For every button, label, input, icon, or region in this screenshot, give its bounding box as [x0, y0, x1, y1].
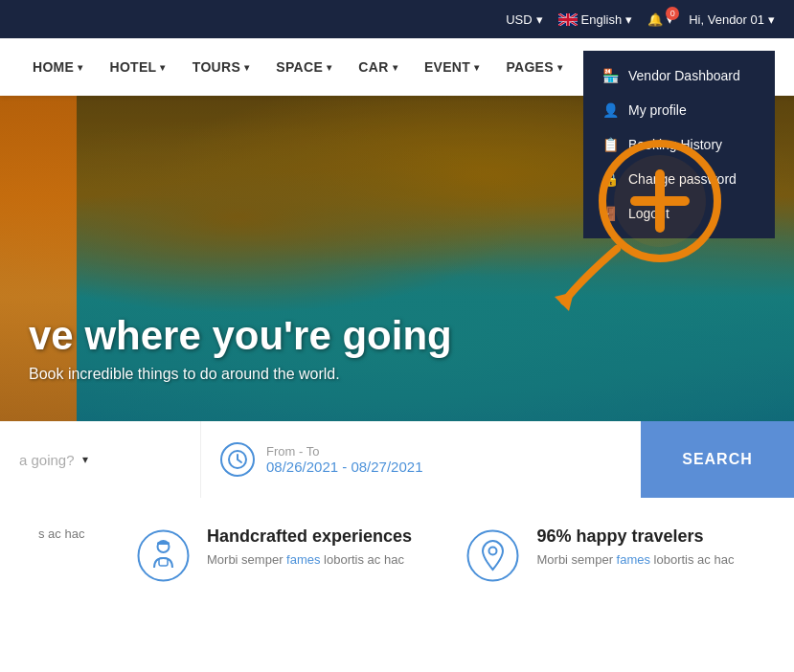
- vendor-dashboard-icon: 🏪: [602, 68, 619, 83]
- destination-text: a going?: [19, 452, 75, 468]
- chevron-down-icon: ▾: [474, 62, 479, 73]
- nav-hotel[interactable]: HOTEL ▾: [97, 38, 179, 96]
- hero-subtitle: Book incredible things to do around the …: [29, 366, 452, 383]
- dropdown-item-logout[interactable]: 🚪 Logout: [583, 196, 775, 231]
- happy-travelers-description: Morbi semper fames lobortis ac hac: [537, 552, 735, 567]
- user-chevron: ▾: [768, 12, 775, 27]
- handcrafted-description: Morbi semper fames lobortis ac hac: [207, 552, 412, 567]
- currency-selector[interactable]: USD ▾: [506, 12, 542, 27]
- top-bar: USD ▾ English ▾ 🔔 0 ▾ Hi, Vendor 01 ▾ 🏪 …: [0, 0, 794, 38]
- dropdown-item-booking-history[interactable]: 📋 Booking History: [583, 127, 775, 162]
- dropdown-label-vendor-dashboard: Vendor Dashboard: [628, 68, 740, 83]
- chevron-down-icon: ▾: [78, 62, 82, 73]
- date-range-picker[interactable]: From - To 08/26/2021 - 08/27/2021: [201, 421, 641, 498]
- lock-icon: 🔒: [602, 171, 619, 187]
- user-dropdown-menu: 🏪 Vendor Dashboard 👤 My profile 📋 Bookin…: [583, 51, 775, 238]
- partial-text: s ac hac: [38, 526, 84, 541]
- happy-travelers-icon: [465, 526, 522, 584]
- dropdown-item-change-password[interactable]: 🔒 Change password: [583, 162, 775, 196]
- dropdown-item-vendor-dashboard[interactable]: 🏪 Vendor Dashboard: [583, 58, 775, 93]
- svg-rect-13: [157, 542, 170, 545]
- features-section: s ac hac Handcrafted experiences Morbi s…: [0, 498, 794, 613]
- nav-space[interactable]: SPACE ▾: [262, 38, 345, 96]
- user-menu-trigger[interactable]: Hi, Vendor 01 ▾ 🏪 Vendor Dashboard 👤 My …: [689, 12, 775, 27]
- handcrafted-title: Handcrafted experiences: [207, 526, 412, 547]
- nav-car[interactable]: CAR ▾: [345, 38, 411, 96]
- hero-title: ve where you're going: [29, 314, 452, 358]
- logout-icon: 🚪: [602, 206, 619, 221]
- handcrafted-icon: [134, 526, 192, 584]
- date-label: From - To: [266, 444, 422, 459]
- notification-badge: 0: [666, 7, 679, 20]
- chevron-down-icon: ▾: [160, 62, 165, 73]
- feature-handcrafted: Handcrafted experiences Morbi semper fam…: [134, 526, 426, 584]
- date-value: 08/26/2021 - 08/27/2021: [266, 459, 422, 475]
- chevron-down-icon: ▾: [393, 62, 397, 73]
- clock-icon: [220, 442, 255, 477]
- booking-icon: 📋: [602, 137, 619, 152]
- dropdown-item-my-profile[interactable]: 👤 My profile: [583, 93, 775, 127]
- happy-travelers-text: 96% happy travelers Morbi semper fames l…: [537, 526, 735, 567]
- chevron-down-icon: ▾: [327, 62, 331, 73]
- svg-rect-4: [558, 18, 578, 21]
- user-greeting: Hi, Vendor 01: [689, 12, 764, 27]
- date-info: From - To 08/26/2021 - 08/27/2021: [266, 444, 422, 475]
- destination-dropdown-arrow: ▾: [82, 453, 88, 466]
- bell-icon: 🔔: [647, 12, 663, 27]
- dropdown-label-change-password: Change password: [628, 171, 737, 187]
- svg-point-16: [489, 547, 497, 554]
- feature-item-partial: s ac hac: [38, 526, 96, 584]
- dropdown-label-my-profile: My profile: [628, 102, 687, 118]
- nav-home[interactable]: HOME ▾: [19, 38, 97, 96]
- nav-event[interactable]: EVENT ▾: [411, 38, 493, 96]
- language-selector[interactable]: English ▾: [558, 12, 633, 27]
- flag-icon: [558, 13, 578, 26]
- dropdown-label-booking-history: Booking History: [628, 137, 722, 152]
- notifications-button[interactable]: 🔔 0 ▾: [647, 12, 673, 27]
- language-chevron: ▾: [625, 12, 632, 27]
- handcrafted-text: Handcrafted experiences Morbi semper fam…: [207, 526, 412, 567]
- search-button[interactable]: SEARCH: [641, 421, 794, 498]
- nav-tours[interactable]: TOURS ▾: [179, 38, 263, 96]
- feature-happy-travelers: 96% happy travelers Morbi semper fames l…: [465, 526, 757, 584]
- hero-content: ve where you're going Book incredible th…: [29, 314, 452, 383]
- nav-pages[interactable]: PAGES ▾: [492, 38, 576, 96]
- profile-icon: 👤: [602, 102, 619, 118]
- search-bar: a going? ▾ From - To 08/26/2021 - 08/27/…: [0, 421, 794, 498]
- dropdown-label-logout: Logout: [628, 206, 669, 221]
- destination-selector[interactable]: a going? ▾: [0, 421, 201, 498]
- language-label: English: [581, 12, 623, 27]
- happy-travelers-title: 96% happy travelers: [537, 526, 735, 547]
- currency-label: USD: [506, 12, 532, 27]
- chevron-down-icon: ▾: [557, 62, 562, 73]
- chevron-down-icon: ▾: [244, 62, 249, 73]
- currency-chevron: ▾: [536, 12, 543, 27]
- svg-point-11: [138, 530, 188, 580]
